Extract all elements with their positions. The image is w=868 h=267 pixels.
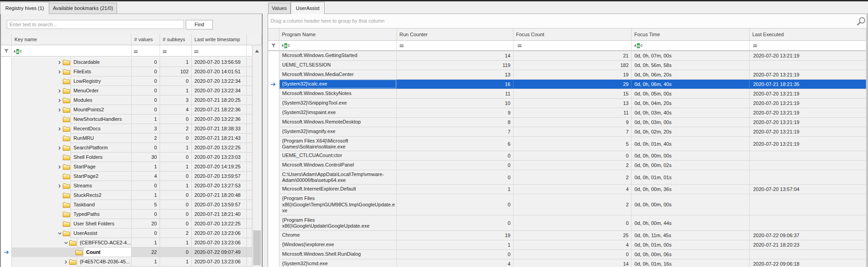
tree-cell-spacer[interactable] [247,114,252,124]
grid-cell-run-counter[interactable]: 0 [397,250,514,259]
tree-filter-key-name[interactable] [12,45,132,57]
grid-cell-last-executed[interactable]: 2020-07-20 13:21:19 [750,127,866,137]
tree-cell-subkeys[interactable]: 1 [160,162,192,172]
tree-cell-subkeys[interactable]: 0 [160,134,192,143]
tab-registry-hives[interactable]: Registry hives (1) [0,2,49,14]
grid-cell-focus-time[interactable]: 0d, 0h, 00m, 06s [632,250,750,259]
tree-cell-timestamp[interactable]: 2020-07-20 13:23:03 [192,153,247,162]
grid-cell-run-counter[interactable]: 16 [397,80,514,89]
tree-cell-timestamp[interactable]: 2020-07-20 13:22:34 [192,86,247,95]
tree-cell-subkeys[interactable]: 1 [160,86,192,95]
grid-cell-focus-count[interactable]: 4 [514,185,632,194]
grid-cell-program[interactable]: Microsoft.Windows.RemoteDesktop [279,118,397,127]
grid-cell-last-executed[interactable]: 2020-07-20 13:21:19 [750,51,866,61]
tree-cell-subkeys[interactable]: 102 [160,67,192,76]
grid-header-run-counter[interactable]: Run Counter [397,29,514,41]
tree-cell-keyname[interactable]: NewShortcutHandlers [71,114,132,124]
grid-cell-program[interactable]: C:\Users\Adam\AppData\Local\Temp\vmware-… [279,170,397,185]
tree-cell-spacer[interactable] [247,200,252,210]
grid-cell-program[interactable]: {Program Files x86}\Google\Temp\GUM98C5.… [279,194,397,215]
tree-cell-keyname[interactable]: SearchPlatform [71,143,132,153]
grid-filter-last-executed[interactable] [750,41,866,51]
tree-cell-subkeys[interactable]: 0 [160,200,192,210]
grid-cell-focus-count[interactable]: 0 [514,151,632,161]
grid-cell-focus-time[interactable]: 0d, 0h, 06m, 40s [632,80,750,89]
filter-equals-icon[interactable] [518,44,522,48]
grid-filter-program-name[interactable] [279,41,397,51]
tree-cell-values[interactable]: 2 [132,134,160,143]
grid-cell-run-counter[interactable]: 1 [397,240,514,250]
grid-cell-focus-time[interactable]: 0d, 0h, 07m, 00s [632,51,750,61]
grid-cell-focus-count[interactable]: 14 [514,259,632,267]
tree-expander-collapsed-icon[interactable] [58,89,61,93]
tree-cell-values[interactable]: 1 [132,162,160,172]
grid-cell-last-executed[interactable]: 2020-07-21 18:21:35 [750,80,866,89]
grid-header-focus-count[interactable]: Focus Count [514,29,632,41]
tree-cell-subkeys[interactable]: 1 [160,238,192,248]
tree-cell-timestamp[interactable]: 2020-07-21 18:22:36 [192,105,247,114]
grid-cell-focus-count[interactable]: 25 [514,231,632,240]
tree-cell-timestamp[interactable]: 2020-07-20 13:22:34 [192,76,247,86]
grid-cell-focus-time[interactable]: 0d, 0h, 02m, 20s [632,127,750,137]
tab-userassist[interactable]: UserAssist [291,2,325,14]
tree-cell-keyname[interactable]: Modules [71,95,132,105]
grid-cell-last-executed[interactable]: 2020-07-22 09:06:37 [750,231,866,240]
tree-cell-keyname[interactable]: Count [83,248,132,257]
tree-cell-spacer[interactable] [247,257,252,267]
grid-filter-focus-time[interactable] [632,41,750,51]
tree-cell-values[interactable]: 0 [132,181,160,191]
grid-cell-focus-time[interactable]: 0d, 0h, 01m, 00s [632,240,750,250]
tree-cell-spacer[interactable] [247,191,252,200]
tree-cell-values[interactable]: 0 [132,143,160,153]
tree-cell-values[interactable]: 4 [132,172,160,181]
tree-cell-timestamp[interactable]: 2020-07-20 14:19:25 [192,162,247,172]
tree-cell-values[interactable]: 0 [132,210,160,219]
tree-cell-spacer[interactable] [247,105,252,114]
grid-cell-program[interactable]: {Windows}\explorer.exe [279,240,397,250]
grid-cell-focus-count[interactable]: 15 [514,89,632,99]
grid-cell-focus-time[interactable]: 0d, 0h, 00m, 36s [632,185,750,194]
tree-cell-timestamp[interactable]: 2020-07-21 18:38:33 [192,124,247,134]
filter-abc-icon[interactable]: A B C [14,49,22,54]
filter-equals-icon[interactable] [134,50,138,53]
tree-cell-timestamp[interactable]: 2020-07-20 13:59:57 [192,172,247,181]
tree-cell-spacer[interactable] [247,172,252,181]
grid-cell-run-counter[interactable]: 0 [397,194,514,215]
tree-header-subkeys[interactable]: # subkeys [160,34,192,45]
tree-cell-timestamp[interactable]: 2020-07-21 18:21:43 [192,134,247,143]
tree-cell-values[interactable]: 0 [132,105,160,114]
tree-cell-spacer[interactable] [247,153,252,162]
tree-cell-timestamp[interactable]: 2020-07-20 13:22:36 [192,114,247,124]
grid-cell-focus-time[interactable]: 0d, 0h, 03m, 40s [632,108,750,118]
grid-cell-last-executed[interactable]: 2020-07-20 13:21:19 [750,89,866,99]
grid-cell-run-counter[interactable]: 0 [397,151,514,161]
tree-cell-timestamp[interactable]: 2020-07-20 14:01:51 [192,67,247,76]
grid-cell-last-executed[interactable]: 2020-07-20 13:21:19 [750,99,866,108]
tree-cell-spacer[interactable] [247,219,252,229]
tree-cell-timestamp[interactable]: 2020-07-20 13:22:25 [192,143,247,153]
tree-cell-subkeys[interactable]: 1 [160,57,192,67]
grid-cell-program[interactable]: Microsoft.InternetExplorer.Default [279,185,397,194]
grid-header-program-name[interactable]: Program Name [279,29,397,41]
grid-cell-last-executed[interactable] [750,250,866,259]
tree-cell-keyname[interactable]: {F4E57C4B-2036-45... [77,257,132,267]
tree-cell-subkeys[interactable]: 0 [160,210,192,219]
tree-expander-collapsed-icon[interactable] [58,127,61,131]
tree-cell-keyname[interactable]: User Shell Folders [71,219,132,229]
tree-cell-timestamp[interactable]: 2020-07-21 18:20:48 [192,191,247,200]
tree-cell-keyname[interactable]: RecentDocs [71,124,132,134]
grid-cell-last-executed[interactable]: 2020-07-20 13:57:04 [750,185,866,194]
tree-cell-values[interactable]: 1 [132,114,160,124]
tree-cell-subkeys[interactable]: 1 [160,143,192,153]
tree-cell-keyname[interactable]: Taskband [71,200,132,210]
tree-cell-values[interactable]: 0 [132,76,160,86]
tree-expander-collapsed-icon[interactable] [58,99,61,103]
grid-cell-last-executed[interactable]: 2020-07-22 09:06:18 [750,259,866,267]
tree-cell-values[interactable]: 0 [132,229,160,238]
tree-cell-keyname[interactable]: MountPoints2 [71,105,132,114]
tree-filter-timestamp[interactable] [192,45,247,57]
grid-cell-focus-count[interactable]: 4 [514,240,632,250]
tree-cell-spacer[interactable] [247,229,252,238]
grid-cell-focus-time[interactable]: 0d, 0h, 00m, 00s [632,151,750,161]
grid-cell-focus-count[interactable]: 2 [514,170,632,185]
